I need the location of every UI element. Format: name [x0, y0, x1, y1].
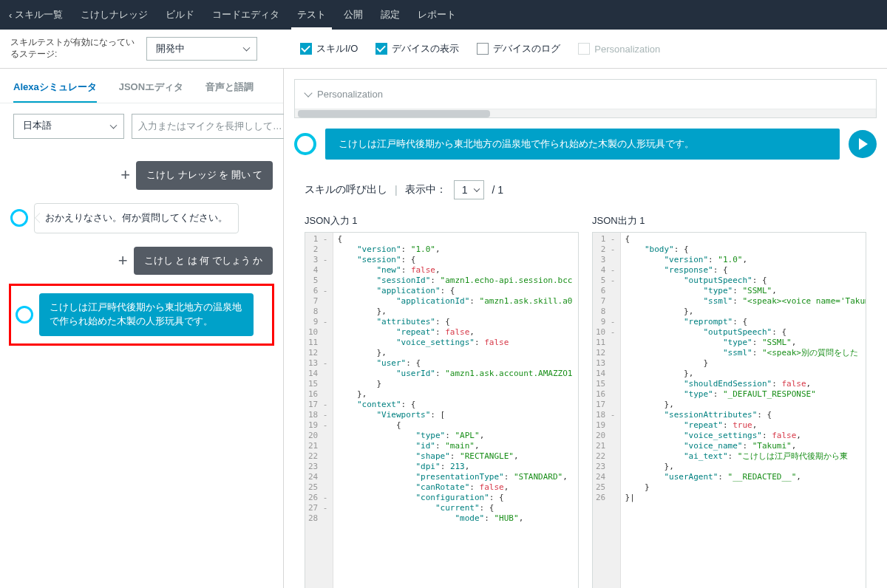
utterance-input[interactable]: 入力またはマイクを長押しして…: [132, 114, 301, 139]
nav-certification[interactable]: 認定: [381, 0, 400, 30]
simulator-tabs: Alexaシミュレータ JSONエディタ 音声と語調: [0, 69, 283, 103]
nav-analytics[interactable]: レポート: [418, 0, 456, 30]
nav-build[interactable]: ビルド: [166, 0, 194, 30]
tab-json-editor[interactable]: JSONエディタ: [119, 81, 183, 103]
tab-voice-tone[interactable]: 音声と語調: [205, 81, 254, 103]
user-bubble[interactable]: こけし と は 何 でしょう か: [134, 247, 273, 276]
display-label: 表示中：: [405, 183, 446, 196]
assistant-bubble[interactable]: おかえりなさい。何か質問してください。: [34, 203, 239, 233]
conversation-row-assistant: おかえりなさい。何か質問してください。: [10, 203, 273, 233]
json-output-column: JSON出力 1 1 -2 -3 4 -5 -6 7 8 9 -10 -11 1…: [592, 214, 866, 588]
play-button[interactable]: [849, 130, 877, 158]
checkbox-icon: [477, 43, 489, 55]
nav-skill-name[interactable]: こけしナレッジ: [81, 0, 148, 30]
nav-distribution[interactable]: 公開: [344, 0, 363, 30]
test-toolbar: スキルテストが有効になっているステージ: 開発中 スキルI/O デバイスの表示 …: [0, 30, 887, 69]
json-output-editor[interactable]: 1 -2 -3 4 -5 -6 7 8 9 -10 -11 12 13 14 1…: [592, 232, 866, 588]
json-output-title: JSON出力 1: [592, 214, 866, 228]
invoke-label: スキルの呼び出し: [305, 183, 387, 196]
nav-code-editor[interactable]: コードエディタ: [212, 0, 279, 30]
conversation-row-user: + こけし ナレッジ を 開い て: [10, 161, 273, 190]
nav-test[interactable]: テスト: [297, 0, 326, 30]
check-personalization[interactable]: Personalization: [578, 43, 660, 55]
simulator-sidebar: Alexaシミュレータ JSONエディタ 音声と語調 日本語 入力またはマイクを…: [0, 69, 284, 588]
json-input-column: JSON入力 1 1 -2 3 -4 5 6 -7 8 9 -10 11 12 …: [305, 214, 579, 588]
checkbox-icon: [578, 43, 590, 55]
add-utterance-icon[interactable]: +: [118, 251, 128, 270]
input-row: 日本語 入力またはマイクを長押しして…: [0, 103, 283, 149]
back-to-skills[interactable]: ‹ スキル一覧: [9, 0, 63, 30]
assistant-bubble[interactable]: こけしは江戸時代後期から東北地方の温泉地で作られ始めた木製の人形玩具です。: [39, 293, 254, 336]
code: { "body": { "version": "1.0", "response"…: [621, 233, 866, 588]
gutter: 1 -2 -3 4 -5 -6 7 8 9 -10 -11 12 13 14 1…: [593, 233, 621, 588]
response-bar: こけしは江戸時代後期から東北地方の温泉地で作られ始めた木製の人形玩具です。: [294, 129, 877, 160]
conversation-row-assistant: こけしは江戸時代後期から東北地方の温泉地で作られ始めた木製の人形玩具です。: [16, 293, 268, 336]
back-label: スキル一覧: [15, 8, 63, 21]
checkbox-icon: [300, 43, 312, 55]
stage-select[interactable]: 開発中: [146, 37, 257, 61]
checkbox-icon: [375, 43, 387, 55]
alexa-ring-icon: [294, 133, 316, 155]
response-text: こけしは江戸時代後期から東北地方の温泉地で作られ始めた木製の人形玩具です。: [325, 129, 840, 160]
check-skill-io[interactable]: スキルI/O: [300, 42, 358, 55]
chevron-down-icon: [304, 89, 312, 97]
personalization-toggle[interactable]: Personalization: [295, 80, 876, 109]
check-device-display[interactable]: デバイスの表示: [375, 42, 459, 55]
stage-value: 開発中: [156, 43, 185, 54]
scrollbar[interactable]: [295, 109, 876, 117]
alexa-ring-icon: [16, 306, 33, 324]
code: { "version": "1.0", "session": { "new": …: [333, 233, 579, 588]
personalization-panel: Personalization: [294, 79, 877, 118]
language-select[interactable]: 日本語: [13, 114, 124, 139]
page-select[interactable]: 1: [454, 180, 485, 199]
invocation-bar: スキルの呼び出し | 表示中： 1 / 1: [294, 176, 877, 214]
user-bubble[interactable]: こけし ナレッジ を 開い て: [136, 161, 273, 190]
alexa-ring-icon: [10, 209, 28, 227]
check-device-log[interactable]: デバイスのログ: [477, 42, 560, 55]
utterance-placeholder: 入力またはマイクを長押しして…: [138, 120, 282, 133]
main-panel: Personalization こけしは江戸時代後期から東北地方の温泉地で作られ…: [284, 69, 887, 588]
json-input-editor[interactable]: 1 -2 3 -4 5 6 -7 8 9 -10 11 12 13 -14 15…: [305, 232, 579, 588]
add-utterance-icon[interactable]: +: [120, 165, 130, 185]
conversation: + こけし ナレッジ を 開い て おかえりなさい。何か質問してください。 + …: [0, 149, 283, 588]
chevron-left-icon: ‹: [9, 10, 12, 21]
gutter: 1 -2 3 -4 5 6 -7 8 9 -10 11 12 13 -14 15…: [305, 233, 333, 588]
conversation-row-user: + こけし と は 何 でしょう か: [10, 247, 273, 276]
page-total: / 1: [492, 184, 503, 196]
top-nav: ‹ スキル一覧 こけしナレッジ ビルド コードエディタ テスト 公開 認定 レポ…: [0, 0, 887, 30]
json-columns: JSON入力 1 1 -2 3 -4 5 6 -7 8 9 -10 11 12 …: [294, 214, 877, 588]
tab-alexa-simulator[interactable]: Alexaシミュレータ: [13, 81, 97, 103]
json-input-title: JSON入力 1: [305, 214, 579, 228]
stage-label: スキルテストが有効になっているステージ:: [10, 37, 136, 60]
highlighted-response: こけしは江戸時代後期から東北地方の温泉地で作られ始めた木製の人形玩具です。: [9, 284, 274, 346]
